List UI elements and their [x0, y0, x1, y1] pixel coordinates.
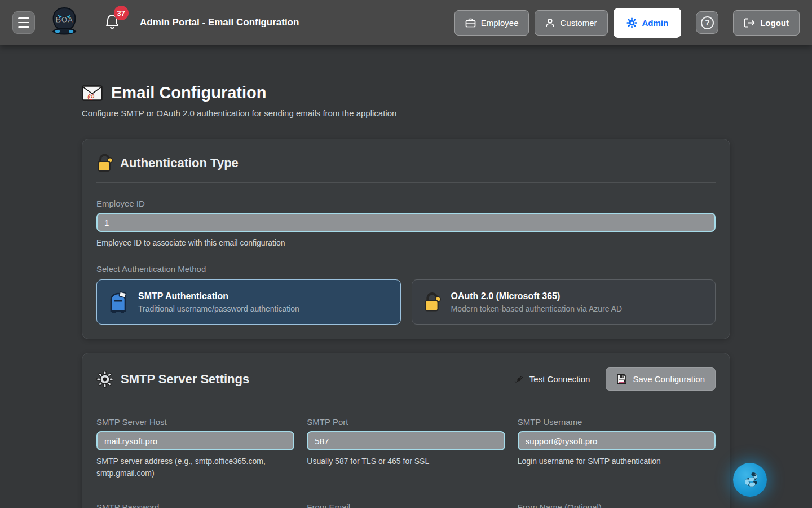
- chat-snake-icon: [739, 469, 761, 491]
- page-subtitle: Configure SMTP or OAuth 2.0 authenticati…: [82, 108, 730, 118]
- smtp-fields-row-2: SMTP Password From Email From Name (Opti…: [96, 487, 716, 508]
- chat-fab-button[interactable]: [733, 463, 767, 497]
- lock-with-key-icon: [423, 292, 441, 312]
- smtp-auth-title: SMTP Authentication: [138, 291, 299, 301]
- smtp-auth-subtitle: Traditional username/password authentica…: [138, 304, 299, 313]
- smtp-username-help: Login username for SMTP authentication: [518, 456, 716, 467]
- authentication-type-card: Authentication Type Employee ID Employee…: [82, 139, 730, 339]
- help-button[interactable]: ?: [696, 11, 718, 34]
- smtp-fields-row-1: SMTP Server Host SMTP server address (e.…: [96, 401, 716, 479]
- smtp-settings-card: SMTP Server Settings Test Connection: [82, 353, 730, 508]
- email-envelope-icon: @: [82, 85, 103, 101]
- authentication-type-title: Authentication Type: [96, 154, 239, 172]
- customer-person-icon: [545, 18, 555, 28]
- smtp-username-field: SMTP Username Login username for SMTP au…: [518, 401, 716, 479]
- from-name-field: From Name (Optional): [518, 487, 716, 508]
- notifications[interactable]: 37: [105, 14, 120, 32]
- boa-snake-logo: BOA: [48, 7, 80, 38]
- plug-icon: [514, 374, 524, 384]
- from-email-label: From Email: [307, 502, 505, 508]
- employee-briefcase-icon: [465, 18, 476, 28]
- menu-icon: [18, 17, 29, 19]
- divider: [96, 182, 716, 183]
- admin-button[interactable]: Admin: [614, 8, 682, 38]
- lock-with-key-icon: [96, 154, 113, 172]
- customer-button[interactable]: Customer: [535, 10, 607, 36]
- smtp-password-label: SMTP Password: [96, 502, 294, 508]
- settings-gear-icon: [96, 371, 113, 388]
- smtp-host-input[interactable]: [96, 431, 294, 450]
- save-floppy-icon: [616, 374, 627, 384]
- oauth-option[interactable]: OAuth 2.0 (Microsoft 365) Modern token-b…: [412, 279, 716, 325]
- employee-id-help: Employee ID to associate with this email…: [96, 237, 716, 248]
- smtp-host-label: SMTP Server Host: [96, 417, 294, 427]
- page-title: @ Email Configuration: [82, 84, 730, 102]
- employee-id-label: Employee ID: [96, 199, 716, 208]
- auth-method-options: SMTP Authentication Traditional username…: [96, 279, 716, 325]
- test-connection-button[interactable]: Test Connection: [514, 374, 590, 384]
- logout-button[interactable]: Logout: [733, 10, 800, 36]
- smtp-host-help: SMTP server address (e.g., smtp.office36…: [96, 456, 294, 479]
- help-question-icon: ?: [701, 16, 714, 29]
- smtp-host-field: SMTP Server Host SMTP server address (e.…: [96, 401, 294, 479]
- smtp-auth-option[interactable]: SMTP Authentication Traditional username…: [96, 279, 401, 325]
- svg-text:@: @: [87, 92, 95, 100]
- save-configuration-button[interactable]: Save Configuration: [606, 367, 716, 391]
- oauth-title: OAuth 2.0 (Microsoft 365): [451, 291, 623, 301]
- navbar-title: Admin Portal - Email Configuration: [140, 17, 299, 28]
- oauth-subtitle: Modern token-based authentication via Az…: [451, 304, 623, 313]
- main-content: @ Email Configuration Configure SMTP or …: [82, 45, 730, 508]
- smtp-username-input[interactable]: [518, 431, 716, 450]
- postbox-icon: [108, 291, 128, 313]
- from-name-label: From Name (Optional): [518, 502, 716, 508]
- smtp-port-field: SMTP Port Usually 587 for TLS or 465 for…: [307, 401, 505, 479]
- smtp-port-help: Usually 587 for TLS or 465 for SSL: [307, 456, 505, 467]
- smtp-username-label: SMTP Username: [518, 417, 716, 427]
- smtp-port-label: SMTP Port: [307, 417, 505, 427]
- svg-text:BOA: BOA: [55, 15, 73, 24]
- auth-method-label: Select Authentication Method: [96, 264, 716, 274]
- from-email-field: From Email: [307, 487, 505, 508]
- logout-door-icon: [744, 18, 755, 28]
- employee-id-input[interactable]: [96, 213, 716, 232]
- top-navbar: BOA 37 Admin Portal - Email Configuratio…: [0, 0, 812, 45]
- smtp-port-input[interactable]: [307, 431, 505, 450]
- smtp-settings-title: SMTP Server Settings: [96, 371, 249, 388]
- menu-button[interactable]: [12, 11, 35, 34]
- employee-button[interactable]: Employee: [454, 10, 529, 36]
- smtp-password-field: SMTP Password: [96, 487, 294, 508]
- notification-badge: 37: [114, 6, 129, 20]
- admin-gear-icon: [626, 17, 637, 28]
